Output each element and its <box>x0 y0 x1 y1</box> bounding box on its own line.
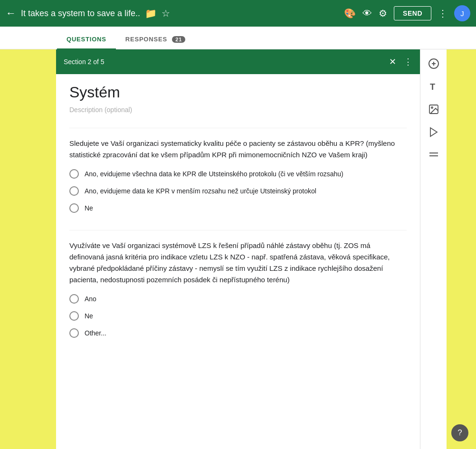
radio-option[interactable]: Ne <box>69 203 407 213</box>
avatar[interactable]: J <box>454 5 470 21</box>
question-text-1: Sledujete ve Vaší organizaci systematick… <box>69 138 407 161</box>
svg-rect-8 <box>429 155 438 156</box>
folder-icon[interactable]: 📁 <box>145 8 157 19</box>
radio-label: Other... <box>85 329 106 337</box>
radio-label: Ne <box>85 312 93 320</box>
section-label: Section 2 of 5 <box>64 58 105 66</box>
radio-circle <box>69 328 79 338</box>
more-menu-button[interactable]: ⋮ <box>438 8 447 19</box>
radio-circle <box>69 186 79 196</box>
right-sidebar: T <box>420 49 447 449</box>
radio-option[interactable]: Ano, evidujeme data ke KPR v menším rozs… <box>69 186 407 196</box>
right-gutter <box>447 49 476 449</box>
top-bar: ← It takes a system to save a life.. 📁 ☆… <box>0 0 476 27</box>
top-bar-left: ← It takes a system to save a life.. 📁 ☆ <box>6 8 339 19</box>
responses-badge: 21 <box>172 36 185 43</box>
radio-options-2: AnoNeOther... <box>69 294 407 338</box>
main-layout: Section 2 of 5 ✕ ⋮ Systém Description (o… <box>0 49 476 449</box>
section-header: Section 2 of 5 ✕ ⋮ <box>56 49 420 74</box>
section-description: Description (optional) <box>69 106 407 114</box>
tab-questions[interactable]: QUESTIONS <box>57 30 116 49</box>
radio-circle <box>69 169 79 179</box>
section-close-button[interactable]: ✕ <box>389 57 396 67</box>
help-button[interactable]: ? <box>451 424 468 441</box>
section-more-button[interactable]: ⋮ <box>404 57 412 67</box>
radio-option[interactable]: Ne <box>69 311 407 321</box>
section-content: Systém Description (optional) Sledujete … <box>56 74 420 369</box>
add-section-button[interactable] <box>424 145 443 164</box>
left-gutter <box>0 49 56 449</box>
radio-option[interactable]: Other... <box>69 328 407 338</box>
svg-marker-6 <box>430 128 437 136</box>
add-image-button[interactable] <box>424 100 443 119</box>
add-title-button[interactable]: T <box>424 77 443 96</box>
content-area: Section 2 of 5 ✕ ⋮ Systém Description (o… <box>56 49 420 449</box>
radio-label: Ano, evidujeme data ke KPR v menším rozs… <box>85 187 316 195</box>
radio-option[interactable]: Ano, evidujeme všechna data ke KPR dle U… <box>69 169 407 179</box>
section-actions: ✕ ⋮ <box>389 57 412 67</box>
tab-bar: QUESTIONS RESPONSES 21 <box>0 27 476 49</box>
radio-circle <box>69 311 79 321</box>
question-block-2: Využíváte ve Vaší organizaci systémově L… <box>69 230 407 350</box>
svg-text:T: T <box>430 82 435 92</box>
radio-option[interactable]: Ano <box>69 294 407 304</box>
radio-options-1: Ano, evidujeme všechna data ke KPR dle U… <box>69 169 407 213</box>
settings-button[interactable]: ⚙ <box>379 8 387 19</box>
add-element-button[interactable] <box>424 54 443 73</box>
question-block-1: Sledujete ve Vaší organizaci systematick… <box>69 128 407 225</box>
top-bar-right: 🎨 👁 ⚙ SEND ⋮ J <box>344 5 470 21</box>
radio-label: Ne <box>85 204 93 212</box>
svg-point-5 <box>431 107 433 108</box>
radio-circle <box>69 203 79 213</box>
svg-rect-7 <box>429 153 438 153</box>
palette-button[interactable]: 🎨 <box>344 8 356 19</box>
radio-label: Ano <box>85 295 96 303</box>
radio-circle <box>69 294 79 304</box>
add-video-button[interactable] <box>424 123 443 142</box>
tab-responses[interactable]: RESPONSES 21 <box>116 30 195 49</box>
question-text-2: Využíváte ve Vaší organizaci systémově L… <box>69 240 407 286</box>
back-button[interactable]: ← <box>6 8 16 19</box>
section-title: Systém <box>69 84 407 101</box>
send-button[interactable]: SEND <box>394 6 431 20</box>
preview-button[interactable]: 👁 <box>362 8 372 19</box>
radio-label: Ano, evidujeme všechna data ke KPR dle U… <box>85 170 343 178</box>
page-title: It takes a system to save a life.. <box>21 9 140 19</box>
star-icon[interactable]: ☆ <box>162 8 170 19</box>
